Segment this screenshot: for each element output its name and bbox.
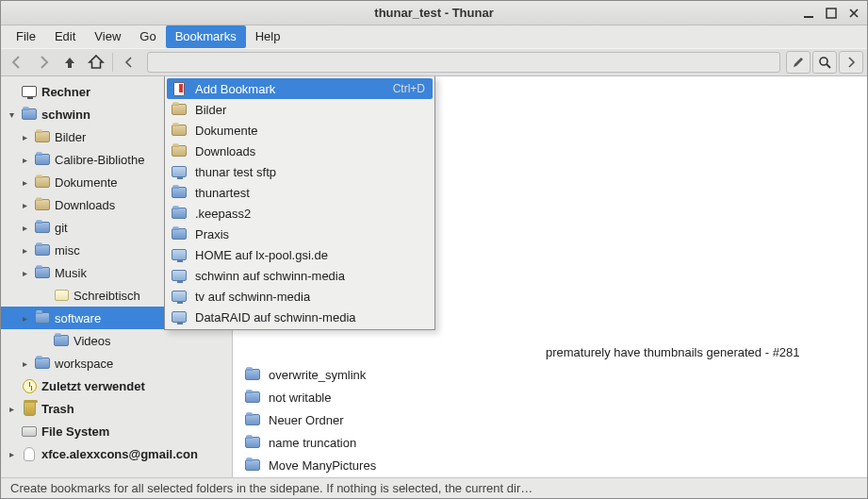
bookmark-menu-item-label: thunar test sftp (195, 165, 425, 179)
edit-path-button[interactable] (786, 51, 811, 74)
tree-node-label: Downloads (55, 198, 115, 212)
svg-rect-1 (827, 8, 836, 18)
location-bar[interactable] (147, 52, 780, 73)
bookmark-menu-item[interactable]: thunar test sftp (167, 161, 433, 182)
menu-help[interactable]: Help (246, 25, 290, 48)
tree-node-label: misc (55, 243, 80, 258)
svg-point-4 (820, 58, 827, 65)
bookmark-menu-item-label: HOME auf lx-pool.gsi.de (195, 248, 425, 262)
path-next-button[interactable] (839, 51, 863, 74)
window-controls (801, 6, 861, 21)
folder-blue-icon (244, 389, 261, 406)
maximize-button[interactable] (824, 6, 839, 21)
tree-node-label: schwinn (41, 108, 90, 122)
menu-go[interactable]: Go (130, 25, 165, 48)
folder-blue-icon (21, 106, 38, 123)
chevron-right-icon[interactable]: ▸ (7, 404, 17, 414)
desktop-icon (53, 287, 70, 304)
folder-tan-icon (171, 122, 188, 139)
tree-node[interactable]: ▸Trash (1, 397, 232, 420)
chevron-down-icon[interactable]: ▾ (7, 109, 17, 120)
bookmark-menu-item[interactable]: Bilder (167, 99, 433, 120)
tree-node-label: Schreibtisch (74, 289, 140, 303)
bookmark-menu-item[interactable]: Praxis (167, 224, 433, 244)
go-up-button[interactable] (57, 51, 82, 74)
close-button[interactable] (846, 6, 861, 21)
file-row-label: prematurely have thumbnails generated - … (244, 345, 800, 359)
bookmark-menu-item[interactable]: DataRAID auf schwinn-media (167, 307, 433, 327)
folder-blue-icon (34, 264, 51, 281)
network-icon (171, 267, 188, 284)
minimize-button[interactable] (801, 6, 816, 21)
network-icon (171, 246, 188, 263)
folder-blue-icon (34, 219, 51, 236)
go-home-button[interactable] (84, 51, 108, 74)
tree-node-label: Zuletzt verwendet (41, 379, 145, 393)
folder-tan-icon (34, 174, 51, 191)
tree-node-label: git (55, 221, 68, 235)
chevron-right-icon[interactable]: ▸ (20, 132, 30, 142)
file-row[interactable]: overwrite_symlink (233, 363, 867, 386)
path-prev-button[interactable] (117, 51, 141, 74)
chevron-right-icon[interactable]: ▸ (20, 245, 30, 256)
menu-edit[interactable]: Edit (45, 25, 85, 48)
tree-node[interactable]: ▸Zuletzt verwendet (1, 374, 232, 397)
file-row[interactable]: Neuer Ordner (233, 408, 867, 431)
go-back-button[interactable] (5, 51, 29, 74)
body: ▸Rechner▾schwinn▸Bilder▸Calibre-Biblioth… (1, 76, 867, 477)
tree-node[interactable]: ▸xfce.alexxcons@gmail.con (1, 442, 232, 465)
bookmark-menu-item-label: .keepass2 (195, 207, 425, 221)
bookmark-menu-item-label: DataRAID auf schwinn-media (195, 310, 425, 324)
folder-blue-icon (34, 151, 51, 168)
menu-accelerator: Ctrl+D (393, 82, 425, 95)
file-row-label: overwrite_symlink (269, 368, 366, 382)
chevron-right-icon[interactable]: ▸ (20, 223, 30, 233)
folder-blue-icon (244, 457, 261, 474)
chevron-right-icon[interactable]: ▸ (20, 177, 30, 188)
file-row[interactable]: not writable (233, 386, 867, 408)
bookmark-menu-item[interactable]: Dokumente (167, 120, 433, 141)
menubar: File Edit View Go Bookmarks Help (1, 25, 867, 48)
chevron-right-icon[interactable]: ▸ (20, 155, 30, 165)
go-up-icon (62, 55, 77, 70)
file-row[interactable]: name truncation (233, 431, 867, 454)
bookmark-menu-item-label: schwinn auf schwinn-media (195, 269, 425, 283)
folder-tan-icon (171, 101, 188, 118)
bookmark-menu-item[interactable]: Add BookmarkCtrl+D (167, 78, 433, 99)
chevron-right-icon[interactable]: ▸ (20, 268, 30, 278)
bookmark-menu-item[interactable]: Downloads (167, 141, 433, 161)
chevron-right-icon[interactable]: ▸ (7, 449, 17, 459)
menu-bookmarks[interactable]: Bookmarks (166, 25, 246, 48)
bookmark-menu-item[interactable]: schwinn auf schwinn-media (167, 265, 433, 286)
chevron-right-icon[interactable]: ▸ (20, 200, 30, 210)
toolbar-separator (112, 53, 113, 72)
bookmarks-dropdown: Add BookmarkCtrl+DBilderDokumenteDownloa… (164, 76, 435, 330)
toolbar (1, 48, 867, 76)
bookmark-menu-item[interactable]: thunartest (167, 182, 433, 203)
titlebar: thunar_test - Thunar (1, 1, 867, 25)
tree-node[interactable]: ▸File System (1, 420, 232, 442)
bookmark-menu-item[interactable]: .keepass2 (167, 203, 433, 224)
folder-blue-icon (34, 355, 51, 372)
menu-file[interactable]: File (7, 25, 45, 48)
search-icon (818, 56, 831, 69)
menu-view[interactable]: View (85, 25, 130, 48)
bookmark-menu-item-label: Praxis (195, 227, 425, 241)
tree-node[interactable]: ▸workspace (1, 352, 232, 374)
go-forward-button[interactable] (31, 51, 56, 74)
bookmark-menu-item[interactable]: HOME auf lx-pool.gsi.de (167, 244, 433, 265)
pencil-icon (792, 56, 805, 69)
go-home-icon (88, 54, 105, 71)
bookmark-menu-item-label: Bilder (195, 103, 425, 117)
search-button[interactable] (812, 51, 837, 74)
tree-node-label: Calibre-Bibliothe (55, 153, 144, 167)
file-row-partial[interactable]: prematurely have thumbnails generated - … (233, 341, 867, 363)
tree-node[interactable]: ▸Videos (1, 329, 232, 352)
chevron-right-icon[interactable]: ▸ (20, 313, 30, 324)
drive-icon (21, 423, 38, 440)
file-row[interactable]: Move ManyPictures (233, 454, 867, 476)
folder-blue-icon (171, 225, 188, 242)
chevron-right-icon[interactable]: ▸ (20, 358, 30, 369)
trash-icon (21, 400, 38, 417)
bookmark-menu-item[interactable]: tv auf schwinn-media (167, 286, 433, 307)
